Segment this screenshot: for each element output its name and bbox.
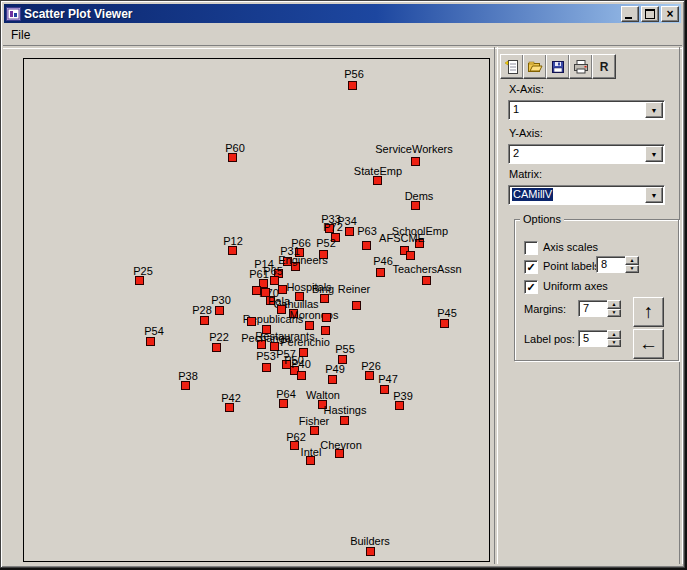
point-label: TeachersAssn	[392, 263, 461, 275]
scatter-point	[262, 363, 271, 372]
point-label: P12	[223, 235, 243, 247]
point-labels-size-field[interactable]: 8	[596, 256, 628, 273]
point-label: P56	[344, 68, 364, 80]
x-axis-label: X-Axis:	[509, 83, 544, 95]
point-labels-checkbox[interactable]: ✓	[524, 260, 538, 274]
point-label: P54	[144, 325, 164, 337]
y-axis-label: Y-Axis:	[509, 127, 543, 139]
toolbar-print-button[interactable]	[569, 54, 593, 79]
point-label: P46	[373, 255, 393, 267]
scatter-point	[365, 371, 374, 380]
close-icon: ×	[666, 9, 673, 19]
scatter-point	[297, 371, 306, 380]
menu-file[interactable]: File	[4, 26, 37, 42]
print-icon	[573, 59, 589, 75]
scatter-point	[373, 176, 382, 185]
scatter-plot[interactable]: P56P60ServiceWorkersStateEmpDemsP33P34P7…	[23, 58, 490, 562]
margins-field[interactable]: 7	[578, 300, 610, 317]
point-label: AFSCME	[379, 232, 425, 244]
point-label: StateEmp	[354, 165, 402, 177]
point-label: P72	[323, 221, 343, 233]
y-axis-combo[interactable]: 2 ▼	[508, 144, 665, 164]
scatter-point	[345, 227, 354, 236]
scatter-point	[252, 286, 261, 295]
scatter-point	[340, 416, 349, 425]
spin-up-icon: ▲	[630, 258, 635, 263]
point-label: Dems	[405, 190, 434, 202]
toolbar-r-button[interactable]: R	[592, 54, 616, 79]
scatter-point	[228, 246, 237, 255]
app-icon	[6, 7, 21, 21]
panel-divider-left	[494, 47, 498, 564]
close-button[interactable]: ×	[661, 6, 679, 22]
axis-scales-checkbox[interactable]: ✓	[524, 241, 538, 255]
app-window: Scatter Plot Viewer × File P56P60Service…	[0, 0, 685, 568]
matrix-dropdown-button[interactable]: ▼	[645, 187, 663, 203]
point-label: Walton	[306, 389, 340, 401]
x-axis-combo[interactable]: 1 ▼	[508, 100, 665, 120]
title-bar[interactable]: Scatter Plot Viewer ×	[4, 4, 681, 23]
label-pos-spin-down[interactable]: ▼	[607, 339, 621, 348]
x-axis-dropdown-button[interactable]: ▼	[645, 102, 663, 118]
scatter-point	[322, 313, 331, 322]
spin-down-icon: ▼	[612, 310, 617, 315]
move-up-button[interactable]: ↑	[633, 297, 664, 327]
scatter-point	[406, 251, 415, 260]
point-labels-spin-down[interactable]: ▼	[625, 265, 639, 274]
scatter-point	[411, 201, 420, 210]
point-label: P55	[335, 343, 355, 355]
toolbar-new-button[interactable]	[500, 54, 524, 79]
uniform-axes-checkbox[interactable]: ✓	[524, 280, 538, 294]
scatter-point	[380, 385, 389, 394]
scatter-point	[320, 294, 329, 303]
scatter-point	[247, 317, 256, 326]
window-title: Scatter Plot Viewer	[21, 7, 621, 21]
scatter-point	[362, 241, 371, 250]
new-document-icon	[504, 59, 520, 75]
point-label: ServiceWorkers	[375, 143, 452, 155]
check-icon: ✓	[526, 282, 535, 292]
margins-spin-up[interactable]: ▲	[607, 300, 621, 309]
minimize-button[interactable]	[621, 6, 639, 22]
point-label: P38	[178, 370, 198, 382]
move-left-button[interactable]: ←	[633, 329, 664, 359]
toolbar-save-button[interactable]	[546, 54, 570, 79]
label-pos-spin-up[interactable]: ▲	[607, 330, 621, 339]
point-label: P39	[393, 390, 413, 402]
point-label: Chevron	[320, 439, 362, 451]
scatter-point	[200, 316, 209, 325]
toolbar-open-button[interactable]	[523, 54, 547, 79]
scatter-point	[310, 426, 319, 435]
screen: Scatter Plot Viewer × File P56P60Service…	[0, 0, 687, 570]
matrix-combo[interactable]: CAMillV ▼	[508, 185, 665, 205]
spin-up-icon: ▲	[612, 332, 617, 337]
left-arrow-icon: ←	[639, 333, 658, 355]
point-label: Fisher	[299, 415, 330, 427]
point-labels-spin-up[interactable]: ▲	[625, 256, 639, 265]
scatter-point	[440, 319, 449, 328]
y-axis-dropdown-button[interactable]: ▼	[645, 146, 663, 162]
dropdown-arrow-icon: ▼	[651, 151, 658, 158]
x-axis-value: 1	[512, 103, 520, 116]
save-floppy-icon	[550, 59, 566, 75]
scatter-point	[146, 337, 155, 346]
point-label: Pala	[268, 295, 290, 307]
axis-scales-label[interactable]: Axis scales	[543, 241, 598, 253]
point-label: P63	[357, 225, 377, 237]
point-label: Reiner	[338, 283, 370, 295]
scatter-point	[181, 381, 190, 390]
label-pos-field[interactable]: 5	[578, 330, 610, 347]
point-labels-label[interactable]: Point labels	[543, 260, 600, 272]
point-label: Builders	[350, 535, 390, 547]
margins-spinner: ▲ ▼	[607, 300, 621, 317]
uniform-axes-label[interactable]: Uniform axes	[543, 280, 608, 292]
window-controls: ×	[621, 6, 679, 22]
scatter-point	[376, 268, 385, 277]
label-pos-label: Label pos:	[524, 333, 575, 345]
margins-spin-down[interactable]: ▼	[607, 309, 621, 318]
up-arrow-icon: ↑	[644, 301, 654, 323]
point-label: P65	[263, 265, 283, 277]
y-axis-value: 2	[512, 147, 520, 160]
maximize-button[interactable]	[641, 6, 659, 22]
point-label: P26	[361, 360, 381, 372]
